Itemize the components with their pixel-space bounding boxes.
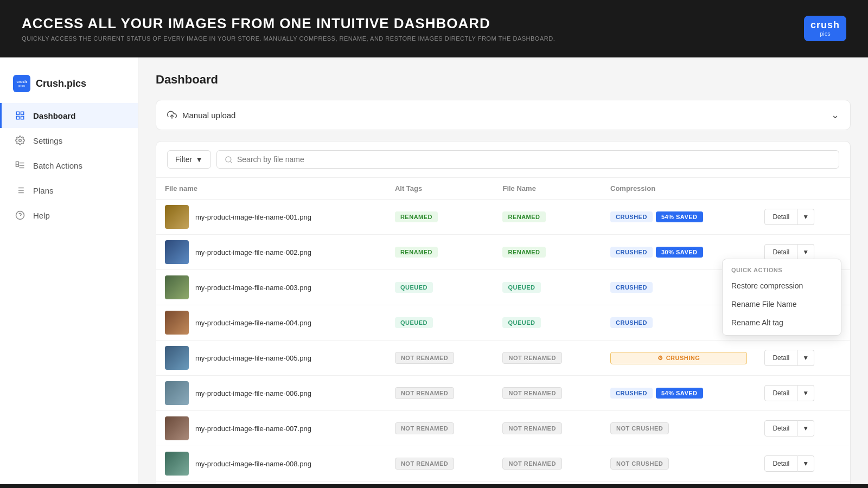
col-actions bbox=[756, 178, 850, 200]
file-name-badge: NOT RENAMED bbox=[502, 458, 561, 470]
quick-action-rename-alt[interactable]: Rename Alt tag bbox=[723, 313, 841, 332]
upload-header-left: Manual upload bbox=[167, 110, 235, 120]
file-name-status-cell: NOT RENAMED bbox=[494, 376, 602, 411]
action-cell: Detail ▼ bbox=[764, 350, 841, 366]
detail-button[interactable]: Detail bbox=[764, 244, 797, 260]
detail-button[interactable]: Detail bbox=[764, 455, 797, 472]
upload-chevron-icon[interactable]: ⌄ bbox=[831, 109, 839, 121]
sidebar-item-plans-label: Plans bbox=[33, 186, 54, 195]
svg-rect-2 bbox=[16, 117, 19, 119]
detail-button[interactable]: Detail bbox=[764, 209, 797, 225]
file-name-status-cell: NOT RENAMED bbox=[494, 411, 602, 446]
sidebar-item-help[interactable]: Help bbox=[0, 203, 138, 228]
sidebar-brand-name: Crush.pics bbox=[36, 78, 86, 89]
detail-arrow-button[interactable]: ▼ bbox=[797, 420, 814, 436]
compression-badge: CRUSHED bbox=[610, 247, 653, 258]
file-name-badge: NOT RENAMED bbox=[502, 422, 561, 434]
col-file-name: File name bbox=[156, 178, 386, 200]
quick-actions-title: QUICK ACTIONS bbox=[723, 262, 841, 277]
batch-actions-icon bbox=[15, 160, 25, 171]
file-thumbnail bbox=[165, 205, 189, 229]
file-name-cell: my-product-image-file-name-007.png bbox=[156, 411, 386, 446]
svg-rect-3 bbox=[21, 117, 24, 119]
settings-icon bbox=[15, 135, 25, 146]
saved-badge: 54% SAVED bbox=[656, 388, 703, 399]
file-thumbnail bbox=[165, 311, 189, 335]
crush-pics-logo: crush pics bbox=[804, 16, 846, 42]
file-thumbnail bbox=[165, 275, 189, 299]
alt-tag-badge: QUEUED bbox=[395, 317, 433, 328]
col-file-name-status: File Name bbox=[494, 178, 602, 200]
sidebar-item-settings[interactable]: Settings bbox=[0, 128, 138, 153]
sidebar-item-dashboard[interactable]: Dashboard bbox=[0, 103, 138, 128]
svg-line-20 bbox=[230, 161, 232, 163]
file-name-badge: NOT RENAMED bbox=[502, 352, 561, 364]
svg-rect-1 bbox=[21, 112, 24, 114]
file-name-badge: QUEUED bbox=[502, 317, 540, 328]
banner-title: ACCESS ALL YOUR IMAGES FROM ONE INTUITIV… bbox=[22, 15, 555, 32]
alt-tags-cell: NOT RENAMED bbox=[386, 376, 494, 411]
svg-rect-0 bbox=[16, 112, 19, 114]
compression-badge: CRUSHED bbox=[610, 388, 653, 399]
actions-cell: Detail ▼ bbox=[756, 376, 850, 411]
table-head: File name Alt Tags File Name Compression bbox=[156, 178, 850, 200]
detail-arrow-button[interactable]: ▼ bbox=[797, 350, 814, 366]
file-thumbnail bbox=[165, 381, 189, 405]
detail-button[interactable]: Detail bbox=[764, 420, 797, 436]
alt-tags-cell: NOT RENAMED bbox=[386, 411, 494, 446]
compression-badge: ⚙CRUSHING bbox=[610, 352, 747, 364]
file-name: my-product-image-file-name-006.png bbox=[195, 389, 311, 397]
filter-button[interactable]: Filter ▼ bbox=[167, 150, 211, 169]
alt-tag-badge: RENAMED bbox=[395, 247, 438, 258]
compression-badge: NOT CRUSHED bbox=[610, 422, 669, 434]
detail-arrow-button[interactable]: ▼ bbox=[797, 455, 814, 472]
sidebar-item-dashboard-label: Dashboard bbox=[33, 111, 75, 120]
table-row: my-product-image-file-name-006.png NOT R… bbox=[156, 376, 850, 411]
page-title: Dashboard bbox=[156, 73, 851, 87]
quick-action-restore[interactable]: Restore compression bbox=[723, 277, 841, 295]
file-name: my-product-image-file-name-008.png bbox=[195, 460, 311, 468]
table-row: my-product-image-file-name-007.png NOT R… bbox=[156, 411, 850, 446]
filter-bar: Filter ▼ bbox=[156, 142, 850, 178]
actions-cell: Detail ▼ bbox=[756, 411, 850, 446]
file-name-cell: my-product-image-file-name-005.png bbox=[156, 341, 386, 376]
detail-button[interactable]: Detail bbox=[764, 350, 797, 366]
table-footer: Showing 10 of 1,750 results bbox=[156, 481, 850, 484]
alt-tags-cell: QUEUED bbox=[386, 270, 494, 305]
svg-rect-6 bbox=[16, 164, 19, 167]
alt-tags-cell: NOT RENAMED bbox=[386, 446, 494, 481]
help-icon bbox=[15, 210, 25, 221]
filter-chevron-icon: ▼ bbox=[195, 155, 203, 164]
search-input-wrap bbox=[216, 150, 839, 169]
file-name-badge: RENAMED bbox=[502, 211, 545, 222]
quick-actions-dropdown: QUICK ACTIONS Restore compression Rename… bbox=[722, 259, 841, 336]
banner-text: ACCESS ALL YOUR IMAGES FROM ONE INTUITIV… bbox=[22, 15, 555, 42]
detail-button[interactable]: Detail bbox=[764, 385, 797, 401]
compression-cell: ⚙CRUSHING bbox=[602, 341, 756, 376]
plans-icon bbox=[15, 185, 25, 196]
compression-badge: CRUSHED bbox=[610, 317, 653, 328]
file-name-cell: my-product-image-file-name-006.png bbox=[156, 376, 386, 411]
sidebar-item-plans[interactable]: Plans bbox=[0, 178, 138, 203]
saved-badge: 54% SAVED bbox=[656, 211, 703, 222]
sidebar-brand: crush pics Crush.pics bbox=[0, 68, 138, 103]
main-content: Dashboard Manual upload ⌄ Filter bbox=[138, 57, 868, 484]
file-thumbnail bbox=[165, 240, 189, 264]
sidebar-item-batch-actions-label: Batch Actions bbox=[33, 161, 82, 170]
upload-header[interactable]: Manual upload ⌄ bbox=[156, 100, 850, 130]
action-cell: Detail ▼ bbox=[764, 420, 841, 436]
quick-action-rename-file[interactable]: Rename File Name bbox=[723, 295, 841, 313]
file-name-cell: my-product-image-file-name-001.png bbox=[156, 200, 386, 235]
search-input[interactable] bbox=[237, 155, 831, 164]
detail-arrow-button[interactable]: ▼ bbox=[797, 385, 814, 401]
col-alt-tags: Alt Tags bbox=[386, 178, 494, 200]
detail-arrow-button[interactable]: ▼ bbox=[797, 209, 814, 225]
sidebar-item-batch-actions[interactable]: Batch Actions bbox=[0, 153, 138, 178]
file-name-status-cell: RENAMED bbox=[494, 200, 602, 235]
search-icon bbox=[225, 156, 233, 164]
file-name-status-cell: NOT RENAMED bbox=[494, 446, 602, 481]
compression-badge: CRUSHED bbox=[610, 282, 653, 293]
detail-arrow-button[interactable]: ▼ bbox=[797, 244, 814, 260]
filter-label: Filter bbox=[175, 155, 192, 164]
file-name-status-cell: NOT RENAMED bbox=[494, 341, 602, 376]
